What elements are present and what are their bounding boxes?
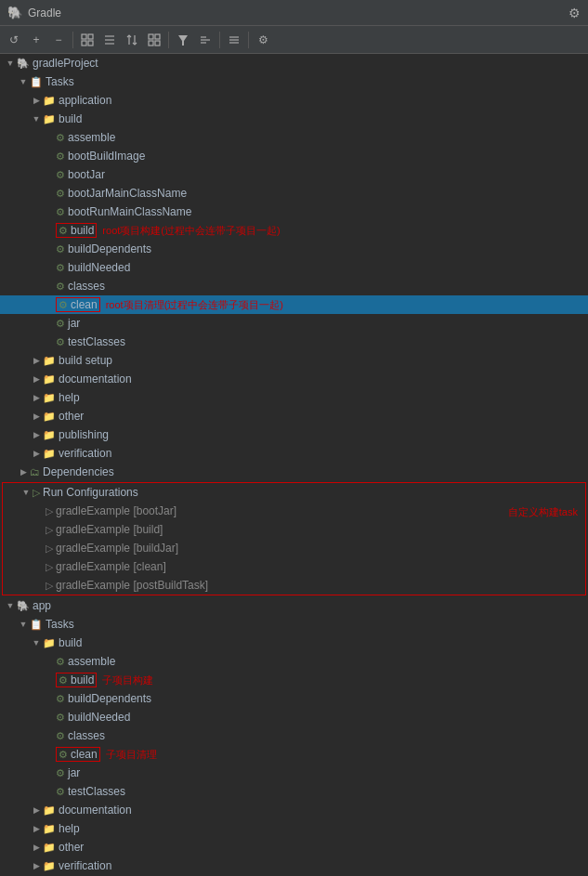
node-label: Tasks: [46, 618, 74, 631]
tree-item-other[interactable]: ▶ 📁 other: [0, 407, 588, 425]
tree-item-runconfig-bootjar[interactable]: ▷ gradleExample [bootJar]: [3, 502, 501, 520]
node-label: documentation: [59, 804, 132, 817]
settings-button[interactable]: [224, 30, 244, 50]
svg-rect-11: [149, 41, 153, 46]
gear-icon: ⚙: [56, 786, 65, 798]
tree-item-testclasses[interactable]: ⚙ testClasses: [0, 333, 588, 351]
folder-icon: 📁: [43, 448, 56, 460]
node-label: testClasses: [68, 335, 125, 348]
folder-icon: 📁: [43, 637, 56, 649]
tree-item-dependencies[interactable]: ▶ 🗂 Dependencies: [0, 463, 588, 481]
filter-button[interactable]: [173, 30, 193, 50]
tree-item-bootrunmainclassname[interactable]: ⚙ bootRunMainClassName: [0, 203, 588, 221]
tree-item-classes[interactable]: ⚙ classes: [0, 277, 588, 295]
node-label: assemble: [68, 131, 115, 144]
tree-item-tasks-root[interactable]: ▼ 📋 Tasks: [0, 72, 588, 91]
add-button[interactable]: +: [26, 30, 46, 50]
folder-icon: 📁: [43, 804, 56, 817]
refresh-button[interactable]: ↺: [4, 30, 24, 50]
toolbar: ↺ + − ⚙: [0, 26, 588, 54]
tree-item-gradleproject[interactable]: ▼ 🐘 gradleProject: [0, 54, 588, 72]
link-button[interactable]: [144, 30, 164, 50]
tasks-icon: 📋: [30, 619, 43, 631]
tree-item-app-project[interactable]: ▼ 🐘 app: [0, 596, 588, 615]
tree-item-help-app[interactable]: ▶ 📁 help: [0, 819, 588, 838]
tree-item-documentation[interactable]: ▶ 📁 documentation: [0, 370, 588, 388]
node-label: build: [59, 112, 82, 125]
node-label: gradleExample [postBuildTask]: [56, 579, 208, 592]
tree-item-verification[interactable]: ▶ 📁 verification: [0, 444, 588, 463]
node-label: bootRunMainClassName: [68, 205, 191, 218]
tree-item-other-app[interactable]: ▶ 📁 other: [0, 838, 588, 856]
run-configs-list: ▷ gradleExample [bootJar] ▷ gradleExampl…: [3, 502, 501, 595]
tree-item-assemble-app[interactable]: ⚙ assemble: [0, 652, 588, 671]
deps-icon: 🗂: [30, 466, 40, 477]
tree-item-runconfig-build[interactable]: ▷ gradleExample [build]: [3, 520, 501, 539]
tree-item-help[interactable]: ▶ 📁 help: [0, 388, 588, 407]
tree-item-testclasses-app[interactable]: ⚙ testClasses: [0, 782, 588, 801]
run-configs-with-comment: ▷ gradleExample [bootJar] ▷ gradleExampl…: [3, 502, 585, 595]
tree-item-build-task[interactable]: ⚙ build root项目构建(过程中会连带子项目一起): [0, 221, 588, 240]
expand-all-button[interactable]: [77, 30, 98, 50]
tree-item-buildneeded-app[interactable]: ⚙ buildNeeded: [0, 708, 588, 726]
tree-item-runconfig-buildjar[interactable]: ▷ gradleExample [buildJar]: [3, 539, 501, 557]
gear-icon: ⚙: [56, 656, 65, 668]
node-label: help: [59, 391, 80, 404]
svg-marker-13: [178, 35, 188, 46]
app-clean-task-box: ⚙ clean: [56, 747, 100, 762]
tree-item-publishing[interactable]: ▶ 📁 publishing: [0, 425, 588, 444]
tree-item-build-task-app[interactable]: ⚙ build 子项目构建: [0, 671, 588, 689]
folder-icon: 📁: [43, 392, 56, 404]
tasks-icon: 📋: [30, 76, 43, 88]
tree-item-classes-app[interactable]: ⚙ classes: [0, 726, 588, 745]
gear-icon: ⚙: [59, 749, 68, 761]
tree-item-builddependents[interactable]: ⚙ buildDependents: [0, 240, 588, 258]
tree-item-documentation-app[interactable]: ▶ 📁 documentation: [0, 801, 588, 819]
tree-container: ▼ 🐘 gradleProject ▼ 📋 Tasks ▶ 📁 applicat…: [0, 54, 588, 876]
tree-item-bootbuildimage[interactable]: ⚙ bootBuildImage: [0, 147, 588, 165]
arrow-icon: ▶: [30, 96, 43, 105]
settings-gear-icon[interactable]: ⚙: [568, 6, 581, 20]
tree-item-clean-app[interactable]: ⚙ clean 子项目清理: [0, 745, 588, 764]
tree-item-build-group-app[interactable]: ▼ 📁 build: [0, 634, 588, 652]
tree-item-jar-app[interactable]: ⚙ jar: [0, 764, 588, 782]
tree-item-buildneeded[interactable]: ⚙ buildNeeded: [0, 258, 588, 277]
arrow-icon: ▼: [4, 601, 17, 610]
tree-item-bootjar[interactable]: ⚙ bootJar: [0, 165, 588, 184]
group-button[interactable]: [99, 30, 120, 50]
tree-item-run-configurations[interactable]: ▼ ▷ Run Configurations: [3, 483, 585, 502]
folder-icon: 📁: [43, 373, 56, 386]
title-bar: 🐘 Gradle ⚙: [0, 0, 588, 26]
node-label: assemble: [68, 655, 115, 668]
tree-item-jar[interactable]: ⚙ jar: [0, 314, 588, 333]
tree-item-application[interactable]: ▶ 📁 application: [0, 91, 588, 110]
gear-icon: ⚙: [56, 336, 65, 348]
tree-item-assemble[interactable]: ⚙ assemble: [0, 128, 588, 147]
tree-item-runconfig-clean[interactable]: ▷ gradleExample [clean]: [3, 557, 501, 576]
arrow-icon: ▶: [30, 805, 43, 815]
arrow-icon: ▼: [30, 638, 43, 647]
execute-button[interactable]: [195, 30, 216, 50]
node-label: buildNeeded: [68, 261, 130, 274]
tree-item-bootjarmainclassname[interactable]: ⚙ bootJarMainClassName: [0, 184, 588, 203]
tree-item-build-group[interactable]: ▼ 📁 build: [0, 110, 588, 128]
tree-item-build-setup[interactable]: ▶ 📁 build setup: [0, 351, 588, 370]
node-label: clean: [71, 298, 98, 311]
tree-item-verification-app[interactable]: ▶ 📁 verification: [0, 856, 588, 875]
svg-rect-2: [82, 41, 86, 46]
run-config-comment: 自定义构建task: [501, 502, 585, 523]
tree-item-tasks-app[interactable]: ▼ 📋 Tasks: [0, 615, 588, 634]
sort-button[interactable]: [122, 30, 142, 50]
remove-button[interactable]: −: [48, 30, 69, 50]
gear-icon: ⚙: [56, 281, 65, 293]
tree-item-runconfig-postbuildtask[interactable]: ▷ gradleExample [postBuildTask]: [3, 576, 501, 595]
arrow-icon: ▼: [17, 77, 30, 86]
title-bar-title: 🐘 Gradle: [7, 6, 61, 20]
node-label: application: [59, 94, 111, 107]
runconfig-icon: ▷: [46, 524, 53, 536]
title-bar-controls: ⚙: [568, 6, 581, 20]
arrow-icon: ▼: [4, 59, 17, 68]
script-button[interactable]: ⚙: [253, 30, 273, 50]
tree-item-builddependents-app[interactable]: ⚙ buildDependents: [0, 689, 588, 708]
tree-item-clean[interactable]: ⚙ clean root项目清理(过程中会连带子项目一起): [0, 295, 588, 314]
